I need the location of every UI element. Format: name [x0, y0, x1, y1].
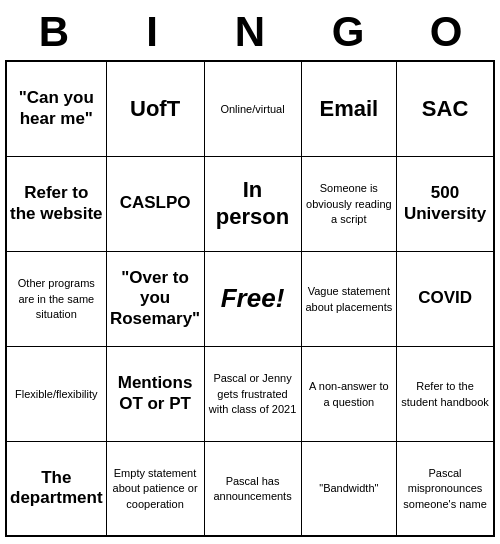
bingo-cell[interactable]: SAC — [397, 61, 494, 156]
cell-text: Online/virtual — [220, 103, 284, 115]
cell-text: Mentions OT or PT — [118, 373, 193, 412]
table-row: Other programs are in the same situation… — [6, 251, 494, 346]
bingo-cell[interactable]: UofT — [106, 61, 204, 156]
bingo-cell[interactable]: Flexible/flexibility — [6, 346, 106, 441]
bingo-cell[interactable]: Refer to the website — [6, 156, 106, 251]
bingo-cell[interactable]: Pascal or Jenny gets frustrated with cla… — [204, 346, 301, 441]
cell-text: Refer to the website — [10, 183, 103, 222]
cell-text: Flexible/flexibility — [15, 388, 98, 400]
cell-text: 500 University — [404, 183, 486, 222]
bingo-cell[interactable]: Email — [301, 61, 397, 156]
bingo-cell[interactable]: COVID — [397, 251, 494, 346]
cell-text: Pascal mispronounces someone's name — [403, 467, 486, 510]
letter-n: N — [205, 8, 295, 56]
bingo-cell[interactable]: Empty statement about patience or cooper… — [106, 441, 204, 536]
cell-text: Email — [319, 96, 378, 121]
bingo-grid: "Can you hear me"UofTOnline/virtualEmail… — [5, 60, 495, 537]
bingo-cell[interactable]: In person — [204, 156, 301, 251]
table-row: "Can you hear me"UofTOnline/virtualEmail… — [6, 61, 494, 156]
cell-text: In person — [216, 177, 289, 228]
cell-text: COVID — [418, 288, 472, 307]
bingo-cell[interactable]: The department — [6, 441, 106, 536]
cell-text: The department — [10, 468, 103, 507]
bingo-cell[interactable]: 500 University — [397, 156, 494, 251]
cell-text: Free! — [221, 283, 285, 313]
cell-text: Pascal has announcements — [213, 475, 291, 503]
cell-text: Someone is obviously reading a script — [306, 182, 392, 225]
letter-b: B — [9, 8, 99, 56]
letter-o: O — [401, 8, 491, 56]
cell-text: SAC — [422, 96, 468, 121]
bingo-cell[interactable]: A non-answer to a question — [301, 346, 397, 441]
table-row: The departmentEmpty statement about pati… — [6, 441, 494, 536]
bingo-cell[interactable]: Online/virtual — [204, 61, 301, 156]
bingo-cell[interactable]: "Can you hear me" — [6, 61, 106, 156]
cell-text: CASLPO — [120, 193, 191, 212]
cell-text: Refer to the student handbook — [401, 380, 488, 408]
cell-text: "Over to you Rosemary" — [110, 268, 200, 328]
bingo-cell[interactable]: "Over to you Rosemary" — [106, 251, 204, 346]
bingo-cell[interactable]: Pascal mispronounces someone's name — [397, 441, 494, 536]
letter-g: G — [303, 8, 393, 56]
bingo-cell[interactable]: CASLPO — [106, 156, 204, 251]
cell-text: Other programs are in the same situation — [18, 277, 95, 320]
cell-text: "Can you hear me" — [19, 88, 94, 127]
bingo-cell[interactable]: Other programs are in the same situation — [6, 251, 106, 346]
bingo-cell[interactable]: Refer to the student handbook — [397, 346, 494, 441]
cell-text: UofT — [130, 96, 180, 121]
cell-text: A non-answer to a question — [309, 380, 389, 408]
letter-i: I — [107, 8, 197, 56]
cell-text: Empty statement about patience or cooper… — [113, 467, 198, 510]
table-row: Flexible/flexibilityMentions OT or PTPas… — [6, 346, 494, 441]
bingo-cell[interactable]: "Bandwidth" — [301, 441, 397, 536]
table-row: Refer to the websiteCASLPOIn personSomeo… — [6, 156, 494, 251]
bingo-title: B I N G O — [5, 0, 495, 60]
bingo-cell[interactable]: Free! — [204, 251, 301, 346]
cell-text: Pascal or Jenny gets frustrated with cla… — [209, 372, 296, 415]
cell-text: "Bandwidth" — [319, 482, 378, 494]
bingo-cell[interactable]: Pascal has announcements — [204, 441, 301, 536]
cell-text: Vague statement about placements — [305, 285, 392, 313]
bingo-cell[interactable]: Vague statement about placements — [301, 251, 397, 346]
bingo-cell[interactable]: Someone is obviously reading a script — [301, 156, 397, 251]
bingo-cell[interactable]: Mentions OT or PT — [106, 346, 204, 441]
